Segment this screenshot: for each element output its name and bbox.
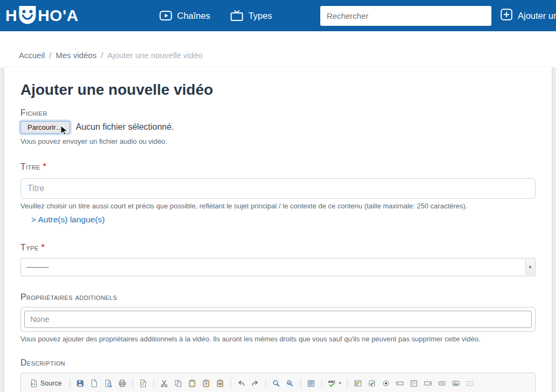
no-file-text: Aucun fichier sélectionné. <box>76 122 174 132</box>
pasteword-button[interactable]: W <box>213 376 227 390</box>
pastetext-button[interactable]: T <box>199 376 213 390</box>
find-icon <box>272 379 280 388</box>
pastetext-icon: T <box>202 379 210 388</box>
preview-button[interactable] <box>101 376 115 390</box>
print-icon <box>118 379 126 388</box>
top-header: H HO'A ChaînesTypes Ajouter une vidéo <box>0 0 556 31</box>
textarea-button[interactable] <box>407 376 421 390</box>
toolbar-separator <box>69 379 70 388</box>
search-input[interactable] <box>320 6 491 26</box>
site-logo[interactable]: H HO'A <box>5 4 79 28</box>
radio-button[interactable] <box>379 376 393 390</box>
templates-button[interactable] <box>136 376 150 390</box>
textarea-icon <box>410 379 418 388</box>
undo-icon <box>237 379 245 388</box>
breadcrumb-separator: / <box>101 51 103 60</box>
replace-button[interactable]: ab <box>283 376 297 390</box>
content-background: Ajouter une nouvelle vidéo Fichier Parco… <box>0 67 556 392</box>
paste-icon <box>188 379 196 388</box>
button-icon <box>438 379 446 388</box>
toolbar-separator <box>132 379 133 388</box>
breadcrumb-separator: / <box>49 51 51 60</box>
svg-text:ab: ab <box>287 381 291 384</box>
save-icon <box>76 379 85 388</box>
newpage-button[interactable] <box>87 376 101 390</box>
undo-button[interactable] <box>234 376 248 390</box>
source-icon <box>30 379 38 388</box>
title-label: Titre* <box>20 162 536 172</box>
play-video-icon <box>159 10 172 22</box>
file-input-row: Parcourir… Aucun fichier sélectionné. <box>20 120 536 134</box>
paste-button[interactable] <box>185 376 199 390</box>
breadcrumb-item[interactable]: Accueil <box>19 51 45 60</box>
logo-text-post: HO'A <box>38 6 79 25</box>
nav-item-label: Chaînes <box>177 11 210 21</box>
spellcheck-caret-icon: ▾ <box>339 381 341 386</box>
title-field-group: Titre* Veuillez choisir un titre aussi c… <box>20 162 536 225</box>
save-button[interactable] <box>73 376 87 390</box>
redo-icon <box>251 379 259 388</box>
owners-search-input[interactable] <box>24 311 532 328</box>
other-languages-link[interactable]: > Autre(s) langue(s) <box>31 215 105 225</box>
nav-item-chanes[interactable]: Chaînes <box>159 10 210 22</box>
file-label: Fichier <box>20 108 536 118</box>
copy-button[interactable] <box>171 376 185 390</box>
required-asterisk: * <box>43 162 47 171</box>
form-button[interactable] <box>351 376 365 390</box>
file-field-group: Fichier Parcourir… Aucun fichier sélecti… <box>20 108 536 146</box>
source-button-label: Source <box>40 380 62 387</box>
spellcheck-button[interactable]: ABC▾ <box>325 376 344 390</box>
select-button[interactable] <box>421 376 435 390</box>
hiddenfield-button[interactable] <box>463 376 477 390</box>
breadcrumb-item[interactable]: Mes vidéos <box>56 51 97 60</box>
editor-toolbar: SourceTWabABC▾ <box>21 373 535 392</box>
required-asterisk: * <box>41 243 45 252</box>
type-select[interactable]: --------- ▼ <box>20 258 536 276</box>
description-label: Description <box>20 358 536 368</box>
toolbar-separator <box>265 379 266 388</box>
imagebutton-button[interactable] <box>449 376 463 390</box>
textfield-button[interactable] <box>393 376 407 390</box>
templates-icon <box>139 379 147 388</box>
header-nav: ChaînesTypes <box>159 10 272 22</box>
owners-field-group: Propriétaires additionels Vous pouvez aj… <box>20 292 536 343</box>
type-select-value: --------- <box>26 263 49 271</box>
rich-text-editor: SourceTWabABC▾ <box>20 373 536 392</box>
main-card: Ajouter une nouvelle vidéo Fichier Parco… <box>4 67 552 392</box>
redo-button[interactable] <box>248 376 262 390</box>
toolbar-separator <box>321 379 322 388</box>
add-video-label: Ajouter une vidéo <box>518 11 556 21</box>
nav-item-types[interactable]: Types <box>230 10 272 22</box>
breadcrumb: Accueil/Mes vidéos/Ajouter une nouvelle … <box>0 31 556 67</box>
replace-icon: ab <box>286 379 294 388</box>
print-button[interactable] <box>115 376 129 390</box>
newpage-icon <box>90 379 98 388</box>
owners-label: Propriétaires additionels <box>20 292 536 302</box>
textfield-icon <box>396 379 404 388</box>
selectall-button[interactable] <box>304 376 318 390</box>
hiddenfield-icon <box>466 379 474 388</box>
type-label: Type* <box>20 243 536 253</box>
svg-text:W: W <box>218 382 222 386</box>
copy-icon <box>174 379 182 388</box>
cut-button[interactable] <box>157 376 171 390</box>
checkbox-button[interactable] <box>365 376 379 390</box>
preview-icon <box>104 379 112 388</box>
tv-icon <box>230 10 243 22</box>
add-video-button[interactable]: Ajouter une vidéo <box>501 9 556 23</box>
toolbar-separator <box>347 379 348 388</box>
button-button[interactable] <box>435 376 449 390</box>
page-title: Ajouter une nouvelle vidéo <box>20 81 536 99</box>
toolbar-separator <box>300 379 301 388</box>
select-icon <box>424 379 432 388</box>
logo-text-pre: H <box>5 6 17 25</box>
type-field-group: Type* --------- ▼ <box>20 243 536 276</box>
select-dropdown-arrow-icon: ▼ <box>525 259 534 275</box>
source-button[interactable]: Source <box>25 376 66 390</box>
file-help-text: Vous pouvez envoyer un fichier audio ou … <box>20 137 536 146</box>
browse-file-button[interactable]: Parcourir… <box>20 121 70 134</box>
title-input[interactable] <box>20 178 536 199</box>
description-field-group: Description SourceTWabABC▾ <box>20 358 536 392</box>
find-button[interactable] <box>269 376 283 390</box>
imagebutton-icon <box>452 379 460 388</box>
